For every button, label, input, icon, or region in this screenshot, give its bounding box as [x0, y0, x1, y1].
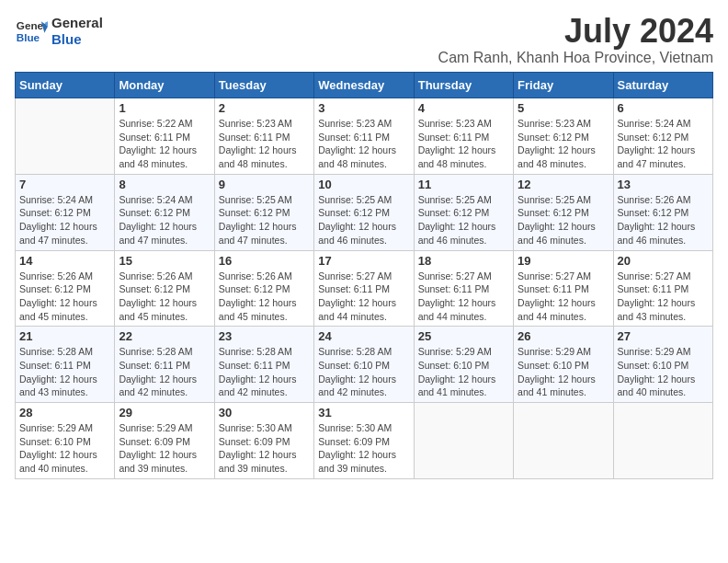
day-info: Sunrise: 5:25 AM Sunset: 6:12 PM Dayligh…	[318, 193, 409, 247]
title-block: July 2024 Cam Ranh, Khanh Hoa Province, …	[438, 15, 713, 66]
logo: General Blue General Blue	[15, 15, 103, 48]
day-number: 24	[318, 329, 409, 343]
logo-line2: Blue	[51, 31, 103, 48]
day-info: Sunrise: 5:26 AM Sunset: 6:12 PM Dayligh…	[19, 270, 110, 324]
calendar-cell: 18Sunrise: 5:27 AM Sunset: 6:11 PM Dayli…	[414, 250, 513, 327]
day-number: 7	[19, 178, 110, 191]
calendar-cell: 29Sunrise: 5:29 AM Sunset: 6:09 PM Dayli…	[115, 403, 214, 479]
day-info: Sunrise: 5:25 AM Sunset: 6:12 PM Dayligh…	[418, 193, 509, 247]
calendar-cell: 24Sunrise: 5:28 AM Sunset: 6:10 PM Dayli…	[314, 327, 414, 403]
day-number: 2	[219, 101, 310, 115]
day-info: Sunrise: 5:26 AM Sunset: 6:12 PM Dayligh…	[618, 193, 709, 247]
calendar-cell	[414, 403, 513, 479]
day-number: 10	[318, 178, 409, 191]
calendar-cell: 25Sunrise: 5:29 AM Sunset: 6:10 PM Dayli…	[414, 327, 513, 403]
location-subtitle: Cam Ranh, Khanh Hoa Province, Vietnam	[438, 50, 713, 66]
calendar-cell: 2Sunrise: 5:23 AM Sunset: 6:11 PM Daylig…	[214, 98, 313, 175]
day-info: Sunrise: 5:27 AM Sunset: 6:11 PM Dayligh…	[518, 270, 609, 324]
day-info: Sunrise: 5:22 AM Sunset: 6:11 PM Dayligh…	[119, 117, 210, 171]
day-number: 12	[518, 178, 609, 191]
header-thursday: Thursday	[414, 73, 513, 98]
calendar-cell: 4Sunrise: 5:23 AM Sunset: 6:11 PM Daylig…	[414, 98, 513, 175]
day-number: 23	[219, 329, 310, 343]
header-tuesday: Tuesday	[214, 73, 313, 98]
calendar-cell: 17Sunrise: 5:27 AM Sunset: 6:11 PM Dayli…	[314, 250, 414, 327]
day-number: 22	[119, 329, 210, 343]
day-info: Sunrise: 5:26 AM Sunset: 6:12 PM Dayligh…	[219, 270, 310, 324]
header-monday: Monday	[115, 73, 214, 98]
calendar-cell: 28Sunrise: 5:29 AM Sunset: 6:10 PM Dayli…	[16, 403, 115, 479]
calendar-week-5: 28Sunrise: 5:29 AM Sunset: 6:10 PM Dayli…	[16, 403, 713, 479]
day-info: Sunrise: 5:29 AM Sunset: 6:10 PM Dayligh…	[518, 345, 609, 399]
day-info: Sunrise: 5:28 AM Sunset: 6:11 PM Dayligh…	[219, 345, 310, 399]
day-info: Sunrise: 5:26 AM Sunset: 6:12 PM Dayligh…	[119, 270, 210, 324]
header-sunday: Sunday	[16, 73, 115, 98]
day-info: Sunrise: 5:23 AM Sunset: 6:11 PM Dayligh…	[418, 117, 509, 171]
day-info: Sunrise: 5:23 AM Sunset: 6:12 PM Dayligh…	[518, 117, 609, 171]
day-number: 17	[318, 254, 409, 268]
calendar-cell	[613, 403, 712, 479]
calendar-cell: 12Sunrise: 5:25 AM Sunset: 6:12 PM Dayli…	[514, 174, 613, 250]
day-number: 19	[518, 254, 609, 268]
header-saturday: Saturday	[613, 73, 712, 98]
calendar-cell: 30Sunrise: 5:30 AM Sunset: 6:09 PM Dayli…	[214, 403, 313, 479]
calendar-cell: 31Sunrise: 5:30 AM Sunset: 6:09 PM Dayli…	[314, 403, 414, 479]
day-number: 15	[119, 254, 210, 268]
month-year-title: July 2024	[438, 15, 713, 48]
calendar-cell	[514, 403, 613, 479]
calendar-cell: 14Sunrise: 5:26 AM Sunset: 6:12 PM Dayli…	[16, 250, 115, 327]
calendar-cell: 27Sunrise: 5:29 AM Sunset: 6:10 PM Dayli…	[613, 327, 712, 403]
day-info: Sunrise: 5:29 AM Sunset: 6:10 PM Dayligh…	[418, 345, 509, 399]
day-info: Sunrise: 5:28 AM Sunset: 6:11 PM Dayligh…	[19, 345, 110, 399]
calendar-week-2: 7Sunrise: 5:24 AM Sunset: 6:12 PM Daylig…	[16, 174, 713, 250]
day-number: 30	[219, 406, 310, 419]
calendar-cell: 23Sunrise: 5:28 AM Sunset: 6:11 PM Dayli…	[214, 327, 313, 403]
day-number: 26	[518, 329, 609, 343]
day-info: Sunrise: 5:30 AM Sunset: 6:09 PM Dayligh…	[219, 421, 310, 476]
day-number: 14	[19, 254, 110, 268]
day-info: Sunrise: 5:25 AM Sunset: 6:12 PM Dayligh…	[518, 193, 609, 247]
day-number: 9	[219, 178, 310, 191]
day-info: Sunrise: 5:23 AM Sunset: 6:11 PM Dayligh…	[318, 117, 409, 171]
calendar-cell: 20Sunrise: 5:27 AM Sunset: 6:11 PM Dayli…	[613, 250, 712, 327]
calendar-cell: 19Sunrise: 5:27 AM Sunset: 6:11 PM Dayli…	[514, 250, 613, 327]
day-number: 29	[119, 406, 210, 419]
calendar-table: SundayMondayTuesdayWednesdayThursdayFrid…	[15, 72, 713, 479]
day-info: Sunrise: 5:30 AM Sunset: 6:09 PM Dayligh…	[318, 421, 409, 476]
day-info: Sunrise: 5:24 AM Sunset: 6:12 PM Dayligh…	[119, 193, 210, 247]
day-number: 18	[418, 254, 509, 268]
day-number: 28	[19, 406, 110, 419]
calendar-week-1: 1Sunrise: 5:22 AM Sunset: 6:11 PM Daylig…	[16, 98, 713, 175]
day-info: Sunrise: 5:27 AM Sunset: 6:11 PM Dayligh…	[318, 270, 409, 324]
logo-line1: General	[51, 15, 103, 31]
day-number: 8	[119, 178, 210, 191]
calendar-cell: 15Sunrise: 5:26 AM Sunset: 6:12 PM Dayli…	[115, 250, 214, 327]
day-info: Sunrise: 5:29 AM Sunset: 6:09 PM Dayligh…	[119, 421, 210, 476]
page-header: General Blue General Blue July 2024 Cam …	[15, 15, 713, 66]
calendar-week-4: 21Sunrise: 5:28 AM Sunset: 6:11 PM Dayli…	[16, 327, 713, 403]
calendar-header-row: SundayMondayTuesdayWednesdayThursdayFrid…	[16, 73, 713, 98]
svg-text:Blue: Blue	[17, 31, 40, 43]
day-number: 1	[119, 101, 210, 115]
day-info: Sunrise: 5:25 AM Sunset: 6:12 PM Dayligh…	[219, 193, 310, 247]
calendar-cell: 21Sunrise: 5:28 AM Sunset: 6:11 PM Dayli…	[16, 327, 115, 403]
calendar-cell: 16Sunrise: 5:26 AM Sunset: 6:12 PM Dayli…	[214, 250, 313, 327]
calendar-week-3: 14Sunrise: 5:26 AM Sunset: 6:12 PM Dayli…	[16, 250, 713, 327]
day-number: 13	[618, 178, 709, 191]
day-info: Sunrise: 5:23 AM Sunset: 6:11 PM Dayligh…	[219, 117, 310, 171]
calendar-cell: 1Sunrise: 5:22 AM Sunset: 6:11 PM Daylig…	[115, 98, 214, 175]
day-info: Sunrise: 5:24 AM Sunset: 6:12 PM Dayligh…	[19, 193, 110, 247]
day-info: Sunrise: 5:29 AM Sunset: 6:10 PM Dayligh…	[618, 345, 709, 399]
calendar-cell	[16, 98, 115, 175]
day-number: 6	[618, 101, 709, 115]
day-info: Sunrise: 5:27 AM Sunset: 6:11 PM Dayligh…	[618, 270, 709, 324]
day-number: 3	[318, 101, 409, 115]
day-number: 20	[618, 254, 709, 268]
day-number: 31	[318, 406, 409, 419]
calendar-cell: 13Sunrise: 5:26 AM Sunset: 6:12 PM Dayli…	[613, 174, 712, 250]
calendar-cell: 10Sunrise: 5:25 AM Sunset: 6:12 PM Dayli…	[314, 174, 414, 250]
day-info: Sunrise: 5:29 AM Sunset: 6:10 PM Dayligh…	[19, 421, 110, 476]
day-number: 11	[418, 178, 509, 191]
calendar-cell: 5Sunrise: 5:23 AM Sunset: 6:12 PM Daylig…	[514, 98, 613, 175]
day-info: Sunrise: 5:27 AM Sunset: 6:11 PM Dayligh…	[418, 270, 509, 324]
